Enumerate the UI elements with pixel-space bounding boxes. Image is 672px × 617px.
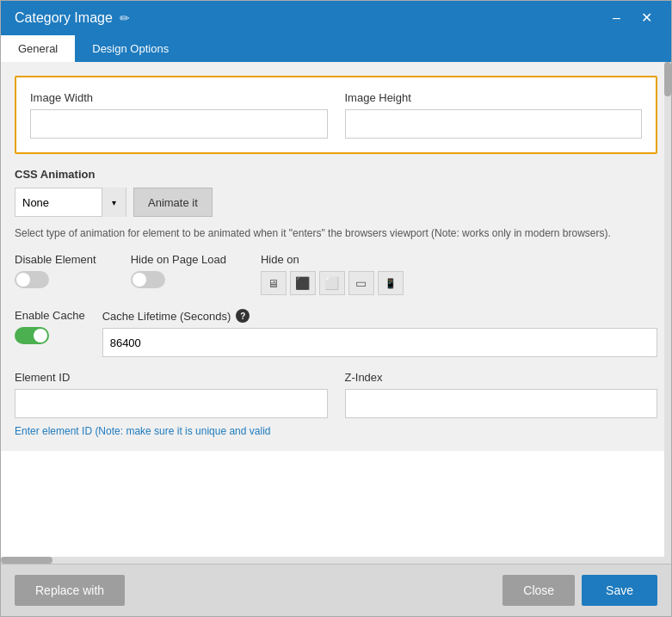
device-icon-tablet-portrait[interactable]: ▭	[348, 271, 374, 295]
scrollable-content: Image Width Image Height CSS Animation	[1, 62, 671, 451]
modal-container: Category Image ✏ – ✕ General Design Opti…	[0, 0, 672, 617]
cache-lifetime-label-row: Cache Lifetime (Seconds) ?	[102, 309, 657, 323]
image-height-input[interactable]	[345, 109, 643, 139]
enable-cache-toggle[interactable]	[15, 327, 49, 344]
image-width-label: Image Width	[30, 91, 328, 104]
hide-on-group: Hide on 🖥 ⬛ ⬜ ▭ 📱	[261, 253, 404, 295]
image-height-label: Image Height	[345, 91, 643, 104]
device-icon-tablet[interactable]: ⬜	[319, 271, 345, 295]
animate-it-button[interactable]: Animate it	[133, 188, 213, 217]
footer-right: Close Save	[502, 575, 657, 606]
cache-lifetime-label-text: Cache Lifetime (Seconds)	[102, 310, 231, 323]
hide-page-load-group: Hide on Page Load	[131, 253, 226, 288]
tab-general[interactable]: General	[1, 35, 75, 62]
image-width-input[interactable]	[30, 109, 328, 139]
close-button[interactable]: ✕	[636, 9, 657, 27]
modal-title-text: Category Image	[15, 10, 113, 26]
minimize-button[interactable]: –	[607, 9, 626, 27]
footer-left: Replace with	[15, 575, 125, 606]
horizontal-scrollbar-thumb[interactable]	[1, 557, 52, 564]
element-id-row: Element ID Z-Index	[15, 371, 657, 418]
image-height-group: Image Height	[345, 91, 643, 139]
save-button[interactable]: Save	[582, 575, 657, 606]
animation-select[interactable]: None	[15, 193, 102, 213]
image-dimensions-section: Image Width Image Height	[15, 76, 657, 154]
modal-header: Category Image ✏ – ✕	[1, 1, 671, 35]
element-id-label: Element ID	[15, 371, 328, 384]
element-id-hint: Enter element ID (Note: make sure it is …	[15, 425, 657, 437]
cache-lifetime-input[interactable]	[102, 328, 657, 357]
disable-element-toggle[interactable]	[15, 271, 49, 288]
animation-hint: Select type of animation for element to …	[15, 225, 657, 241]
scrollbar-thumb[interactable]	[664, 62, 671, 96]
enable-cache-group: Enable Cache	[15, 309, 85, 344]
image-dimensions-row: Image Width Image Height	[30, 91, 642, 139]
inner-scroll: Image Width Image Height CSS Animation	[1, 62, 671, 557]
replace-with-button[interactable]: Replace with	[15, 575, 125, 606]
animation-row: None ▾ Animate it	[15, 188, 657, 217]
close-footer-button[interactable]: Close	[502, 575, 575, 606]
hide-on-label: Hide on	[261, 253, 404, 266]
css-animation-section: CSS Animation None ▾ Animate it Select t…	[15, 168, 657, 241]
horizontal-scrollbar	[1, 557, 671, 564]
device-icon-mobile[interactable]: 📱	[378, 271, 404, 295]
cache-lifetime-info-icon[interactable]: ?	[236, 309, 250, 323]
device-icon-desktop[interactable]: 🖥	[261, 271, 287, 295]
modal-footer: Replace with Close Save	[1, 564, 671, 616]
enable-cache-label: Enable Cache	[15, 309, 85, 322]
tabs-bar: General Design Options	[1, 35, 671, 62]
scrollbar-track	[664, 62, 671, 557]
modal-title: Category Image ✏	[15, 10, 130, 26]
cache-lifetime-group: Cache Lifetime (Seconds) ?	[102, 309, 657, 357]
z-index-group: Z-Index	[345, 371, 658, 418]
hide-on-icons: 🖥 ⬛ ⬜ ▭ 📱	[261, 271, 404, 295]
animation-select-arrow[interactable]: ▾	[102, 188, 126, 217]
cache-row: Enable Cache Cache Lifetime (Seconds) ?	[15, 309, 657, 357]
element-id-group: Element ID	[15, 371, 328, 418]
element-id-input[interactable]	[15, 389, 328, 418]
css-animation-label: CSS Animation	[15, 168, 657, 181]
image-width-group: Image Width	[30, 91, 328, 139]
toggles-row: Disable Element Hide on Page Load Hide o…	[15, 253, 657, 295]
z-index-input[interactable]	[345, 389, 658, 418]
z-index-label: Z-Index	[345, 371, 658, 384]
tab-design-options[interactable]: Design Options	[75, 35, 186, 62]
animation-select-wrapper: None ▾	[15, 188, 126, 217]
hide-page-load-toggle[interactable]	[131, 271, 165, 288]
hide-page-load-label: Hide on Page Load	[131, 253, 226, 266]
disable-element-label: Disable Element	[15, 253, 96, 266]
device-icon-tablet-landscape[interactable]: ⬛	[290, 271, 316, 295]
modal-body-wrapper: Image Width Image Height CSS Animation	[1, 62, 671, 564]
edit-icon: ✏	[120, 11, 130, 25]
disable-element-group: Disable Element	[15, 253, 96, 288]
modal-controls: – ✕	[607, 9, 657, 27]
